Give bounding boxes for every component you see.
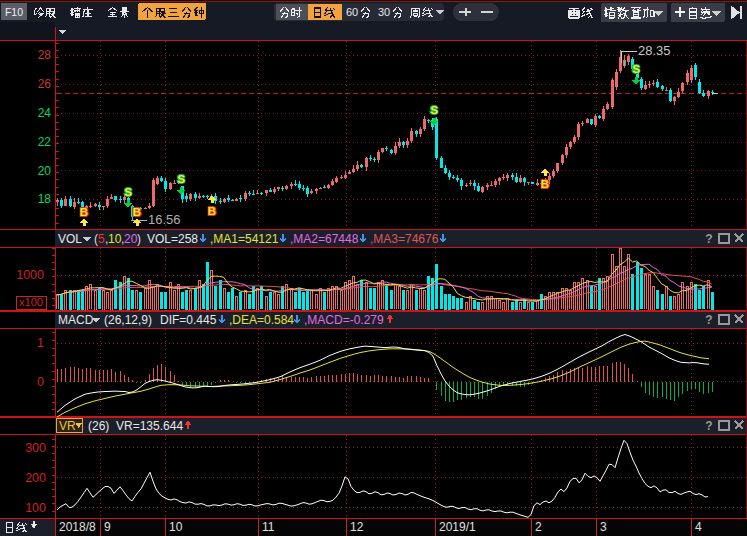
svg-text:,MA1=54121: ,MA1=54121 — [210, 232, 279, 246]
svg-text:MACD: MACD — [58, 313, 94, 327]
svg-text:B: B — [208, 205, 216, 217]
svg-text:2018/8: 2018/8 — [59, 520, 96, 534]
svg-text:S: S — [632, 63, 640, 75]
svg-text:,MA2=67448: ,MA2=67448 — [290, 232, 359, 246]
svg-text:22: 22 — [38, 135, 52, 149]
svg-text:10: 10 — [108, 232, 122, 246]
svg-text:S: S — [177, 173, 185, 185]
svg-text:300: 300 — [25, 441, 46, 455]
svg-text:x100: x100 — [19, 296, 43, 308]
svg-text:,DEA=0.584: ,DEA=0.584 — [229, 313, 294, 327]
svg-text:30: 30 — [378, 6, 390, 18]
svg-text:100: 100 — [25, 501, 46, 515]
svg-text:2019/1: 2019/1 — [439, 520, 476, 534]
svg-text:16.56: 16.56 — [148, 212, 181, 227]
svg-text:?: ? — [705, 232, 712, 246]
svg-text:1000: 1000 — [16, 268, 44, 282]
svg-text:18: 18 — [38, 192, 52, 206]
svg-text:5: 5 — [98, 232, 105, 246]
svg-text:1: 1 — [37, 336, 44, 350]
svg-text:12: 12 — [350, 520, 364, 534]
svg-text:DIF=0.445: DIF=0.445 — [160, 313, 217, 327]
svg-text:,MA3=74676: ,MA3=74676 — [370, 232, 439, 246]
svg-text:11: 11 — [262, 520, 275, 534]
svg-text:B: B — [133, 206, 141, 218]
svg-text:?: ? — [705, 419, 712, 433]
svg-text:3: 3 — [600, 520, 607, 534]
svg-text:10: 10 — [169, 520, 183, 534]
svg-text:): ) — [137, 232, 141, 246]
svg-text:VR=135.644: VR=135.644 — [116, 419, 183, 433]
svg-text:60: 60 — [346, 6, 358, 18]
svg-text:B: B — [541, 178, 549, 190]
svg-text:28: 28 — [38, 48, 52, 62]
svg-text:VOL: VOL — [58, 232, 82, 246]
svg-text:VOL=258: VOL=258 — [147, 232, 198, 246]
svg-text:S: S — [430, 104, 438, 116]
svg-text:,MACD=-0.279: ,MACD=-0.279 — [304, 313, 384, 327]
svg-text:?: ? — [705, 313, 712, 327]
svg-text:VR: VR — [59, 419, 76, 433]
svg-text:0: 0 — [37, 375, 44, 389]
svg-text:26: 26 — [38, 77, 52, 91]
svg-text:2: 2 — [535, 520, 542, 534]
svg-text:20: 20 — [38, 164, 52, 178]
svg-text:200: 200 — [25, 471, 46, 485]
svg-text:F10: F10 — [5, 6, 23, 18]
svg-text:S: S — [124, 186, 132, 198]
svg-text:20: 20 — [124, 232, 138, 246]
svg-text:(26,12,9): (26,12,9) — [104, 313, 152, 327]
svg-text:28.35: 28.35 — [638, 43, 671, 58]
svg-text:(26): (26) — [88, 419, 109, 433]
svg-text:B: B — [80, 206, 88, 218]
svg-text:9: 9 — [104, 520, 111, 534]
svg-text:4: 4 — [695, 520, 702, 534]
svg-text:24: 24 — [38, 106, 52, 120]
